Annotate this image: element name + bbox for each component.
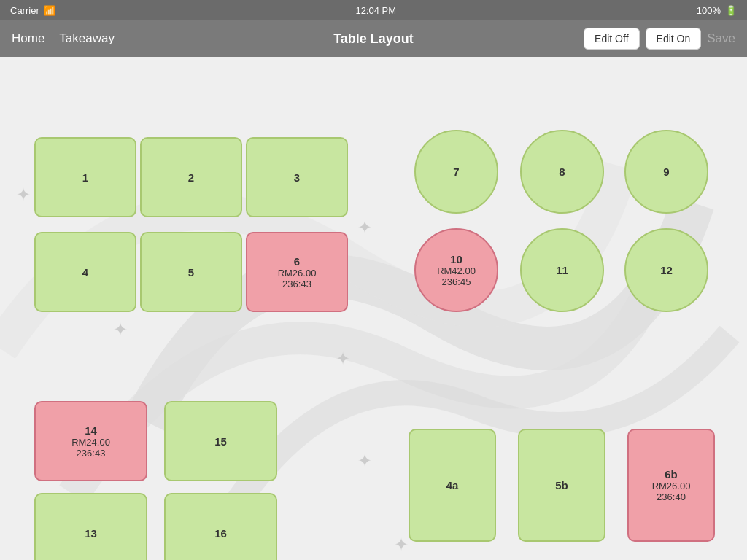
battery-label: 100% [697, 5, 721, 16]
table-amount-t10: RM42.00 [437, 265, 476, 276]
edit-on-button[interactable]: Edit On [646, 28, 702, 50]
table-label-t4: 4 [82, 266, 88, 279]
table-label-t4a: 4a [446, 479, 459, 491]
table-t3[interactable]: 3 [246, 137, 348, 217]
table-t1[interactable]: 1 [34, 137, 136, 217]
table-label-t15: 15 [214, 435, 227, 448]
save-button[interactable]: Save [707, 31, 735, 46]
wifi-icon: 📶 [44, 5, 55, 16]
table-label-t7: 7 [453, 166, 459, 178]
time-label: 12:04 PM [355, 5, 396, 16]
takeaway-link[interactable]: Takeaway [59, 31, 115, 46]
table-t13[interactable]: 13 [34, 493, 147, 560]
table-t7[interactable]: 7 [414, 130, 498, 214]
table-time-t14: 236:43 [77, 448, 106, 459]
table-t15[interactable]: 15 [164, 401, 277, 481]
nav-right: Edit Off Edit On Save [584, 28, 735, 50]
table-label-t10: 10 [450, 253, 462, 265]
table-label-t5: 5 [188, 266, 194, 279]
status-bar: Carrier 📶 12:04 PM 100% 🔋 [0, 0, 747, 20]
battery-icon: 🔋 [725, 5, 737, 16]
table-label-t1: 1 [82, 171, 88, 184]
table-t5b[interactable]: 5b [518, 429, 605, 542]
table-t11[interactable]: 11 [520, 228, 604, 312]
page-title: Table Layout [333, 31, 414, 47]
sparkle-5: ✦ [113, 319, 128, 340]
table-time-t6: 236:43 [282, 279, 311, 289]
table-label-t11: 11 [556, 264, 568, 276]
table-label-t16: 16 [214, 527, 227, 540]
table-amount-t14: RM24.00 [71, 437, 110, 448]
sparkle-6: ✦ [336, 349, 350, 369]
table-t4[interactable]: 4 [34, 232, 136, 312]
table-t6b[interactable]: 6bRM26.00236:40 [627, 429, 715, 542]
table-t4a[interactable]: 4a [409, 429, 496, 542]
table-label-t5b: 5b [555, 479, 568, 491]
table-t2[interactable]: 2 [140, 137, 242, 217]
table-t10[interactable]: 10RM42.00236:45 [414, 228, 498, 312]
sparkle-4: ✦ [394, 534, 409, 555]
table-t12[interactable]: 12 [624, 228, 708, 312]
main-layout: ✦ ✦ ✦ ✦ ✦ ✦ 123456RM26.00236:4378910RM42… [0, 57, 747, 560]
table-label-t12: 12 [660, 264, 673, 276]
carrier-label: Carrier [10, 5, 39, 16]
sparkle-2: ✦ [357, 217, 372, 238]
edit-off-button[interactable]: Edit Off [584, 28, 639, 50]
table-time-t10: 236:45 [442, 276, 471, 287]
table-amount-t6: RM26.00 [278, 268, 317, 279]
table-t16[interactable]: 16 [164, 493, 277, 560]
nav-bar: Home Takeaway Table Layout Edit Off Edit… [0, 20, 747, 57]
home-link[interactable]: Home [12, 31, 44, 46]
table-amount-t6b: RM26.00 [652, 481, 691, 491]
table-label-t2: 2 [188, 171, 194, 184]
sparkle-1: ✦ [16, 184, 31, 205]
table-label-t6b: 6b [665, 468, 678, 481]
table-label-t6: 6 [294, 255, 300, 268]
table-label-t13: 13 [85, 527, 97, 540]
table-label-t8: 8 [559, 166, 565, 178]
table-label-t9: 9 [663, 166, 669, 178]
table-t6[interactable]: 6RM26.00236:43 [246, 232, 348, 312]
status-left: Carrier 📶 [10, 5, 55, 16]
table-time-t6b: 236:40 [657, 491, 686, 502]
table-t9[interactable]: 9 [624, 130, 708, 214]
table-label-t3: 3 [294, 171, 300, 184]
sparkle-3: ✦ [357, 451, 372, 471]
table-t14[interactable]: 14RM24.00236:43 [34, 401, 147, 481]
table-t8[interactable]: 8 [520, 130, 604, 214]
table-label-t14: 14 [85, 424, 97, 437]
status-right: 100% 🔋 [697, 5, 737, 16]
nav-left: Home Takeaway [12, 31, 115, 46]
table-t5[interactable]: 5 [140, 232, 242, 312]
